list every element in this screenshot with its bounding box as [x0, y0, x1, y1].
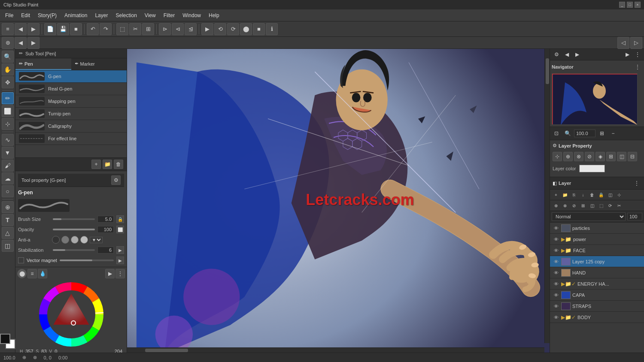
lt-btn-h[interactable]: ✂: [615, 201, 623, 210]
layer-item-capa[interactable]: 👁 CAPA: [550, 290, 644, 301]
lt-btn-b[interactable]: ⊗: [561, 201, 569, 210]
layer-eye-body[interactable]: 👁: [553, 314, 559, 321]
canvas-scroll-horizontal[interactable]: [127, 347, 544, 353]
lt-btn-a[interactable]: ⊕: [552, 201, 560, 210]
lt-new-folder[interactable]: 📁: [561, 190, 569, 199]
color-picker-btn[interactable]: 💧: [38, 269, 47, 278]
toolbar-pen1[interactable]: ⊳: [159, 23, 171, 35]
canvas-content[interactable]: Letcracks.com: [127, 49, 550, 353]
layer-eye-face[interactable]: 👁: [553, 247, 559, 254]
tool-text[interactable]: T: [2, 214, 14, 226]
lt-duplicate[interactable]: ⎘: [570, 190, 578, 199]
vector-magnet-expand[interactable]: ▶: [116, 256, 124, 264]
stabilization-slider[interactable]: [53, 249, 95, 251]
layer-item-straps[interactable]: 👁 STRAPS: [550, 301, 644, 312]
zoom-zoom-in[interactable]: 🔍: [563, 129, 572, 138]
lp-btn2[interactable]: ⊕: [563, 152, 573, 161]
aa-medium[interactable]: [71, 236, 79, 244]
brush-add-btn[interactable]: +: [91, 160, 101, 169]
tool-hand[interactable]: ✋: [2, 63, 14, 75]
toolbar-redo[interactable]: ↷: [100, 23, 112, 35]
tool-zoom[interactable]: 🔍: [2, 51, 14, 63]
menu-window[interactable]: Window: [179, 11, 204, 20]
lt-lock-transparent[interactable]: ◫: [606, 190, 614, 199]
layer-item-hand[interactable]: 👁 HAND: [550, 267, 644, 278]
menu-selection[interactable]: Selection: [112, 11, 140, 20]
menu-file[interactable]: File: [2, 11, 17, 20]
lt-lock[interactable]: 🔒: [597, 190, 605, 199]
brush-delete-btn[interactable]: 🗑: [114, 160, 123, 169]
toolbar-back[interactable]: ◀: [15, 23, 27, 35]
tool-lasso[interactable]: ∿: [2, 134, 14, 146]
tab-marker[interactable]: ✒ Marker: [71, 58, 127, 70]
menu-story[interactable]: Story(P): [34, 11, 60, 20]
lt-merge-down[interactable]: ↓: [579, 190, 587, 199]
menu-layer[interactable]: Layer: [91, 11, 111, 20]
scroll-thumb-v[interactable]: [546, 58, 549, 84]
second-tb-2[interactable]: ◀: [15, 37, 27, 49]
brush-item-effect-line[interactable]: For effect line: [15, 133, 127, 145]
rp-collapse[interactable]: ▶: [572, 50, 582, 59]
tool-blend[interactable]: ⊕: [2, 201, 14, 213]
layer-item-particles[interactable]: 👁 particles: [550, 223, 644, 234]
toolbar-info[interactable]: ℹ: [266, 23, 278, 35]
second-tb-sub2[interactable]: ▷: [630, 37, 642, 49]
layer-eye-energy-ha[interactable]: 👁: [553, 281, 559, 287]
lt-delete[interactable]: 🗑: [588, 190, 596, 199]
menu-view[interactable]: View: [141, 11, 159, 20]
zoom-out[interactable]: −: [608, 129, 618, 138]
toolbar-undo[interactable]: ↶: [87, 23, 99, 35]
rp-expand[interactable]: ◀: [562, 50, 571, 59]
toolbar-select-all[interactable]: ⬚: [116, 23, 128, 35]
lt-btn-g[interactable]: ⟳: [606, 201, 614, 210]
tool-property-expand[interactable]: ⚙: [111, 175, 121, 185]
nav-menu[interactable]: ⋮: [633, 62, 642, 72]
aa-none[interactable]: [52, 236, 60, 244]
toolbar-circle[interactable]: ⬤: [240, 23, 252, 35]
tool-ruler[interactable]: ◫: [2, 240, 14, 252]
lt-btn-d[interactable]: ⊞: [579, 201, 587, 210]
tool-eraser[interactable]: ⬜: [2, 105, 14, 117]
brush-size-value[interactable]: 5.0: [97, 216, 114, 223]
color-wheel-svg[interactable]: [37, 280, 106, 349]
lp-btn6[interactable]: ⊞: [606, 152, 616, 161]
second-tb-sub1[interactable]: ◁: [617, 37, 629, 49]
aa-weak[interactable]: [61, 236, 69, 244]
lt-btn-c[interactable]: ⊘: [570, 201, 578, 210]
tab-pen[interactable]: ✏ Pen: [15, 58, 71, 70]
toolbar-new[interactable]: 📄: [44, 23, 56, 35]
window-controls[interactable]: _ □ ×: [619, 2, 641, 8]
layer-panel-menu[interactable]: ⋮: [632, 178, 641, 188]
menu-animation[interactable]: Animation: [61, 11, 91, 20]
stabilization-value[interactable]: 6: [97, 247, 114, 253]
zoom-input[interactable]: [574, 130, 595, 137]
color-sliders-btn[interactable]: ≡: [27, 269, 37, 278]
toolbar-pen2[interactable]: ⊲: [172, 23, 184, 35]
lp-btn8[interactable]: ⊟: [628, 152, 637, 161]
tool-smudge[interactable]: ☁: [2, 172, 14, 184]
brush-item-real-g-pen[interactable]: Real G-pen: [15, 83, 127, 95]
aa-select[interactable]: ▼: [90, 237, 103, 243]
fg-bg-color[interactable]: [0, 334, 15, 349]
blend-mode-select[interactable]: Normal: [552, 212, 626, 221]
lt-btn-e[interactable]: ◫: [588, 201, 596, 210]
layer-eye-power[interactable]: 👁: [553, 236, 559, 243]
lp-btn3[interactable]: ⊗: [574, 152, 583, 161]
brush-size-lock[interactable]: 🔒: [116, 215, 124, 223]
minimize-button[interactable]: _: [619, 2, 625, 8]
toolbar-pen3[interactable]: ⊴: [185, 23, 197, 35]
toolbar-transform[interactable]: ⊞: [142, 23, 154, 35]
layer-opacity-input[interactable]: [627, 213, 642, 220]
tool-pen[interactable]: ✏: [2, 92, 14, 104]
brush-size-slider[interactable]: [53, 218, 95, 220]
opacity-value[interactable]: 100: [97, 226, 114, 233]
lp-btn7[interactable]: ◫: [617, 152, 626, 161]
toolbar-save[interactable]: 💾: [57, 23, 69, 35]
brush-item-turnip-pen[interactable]: Turnip pen: [15, 108, 127, 120]
layer-eye-straps[interactable]: 👁: [553, 303, 559, 310]
layer-eye-hand[interactable]: 👁: [553, 269, 559, 276]
toolbar-deselect[interactable]: ✂: [129, 23, 141, 35]
fg-color-box[interactable]: [0, 334, 10, 344]
vector-magnet-slider[interactable]: [60, 259, 114, 261]
layer-item-body[interactable]: 👁 ▶📁✓ BODY: [550, 312, 644, 323]
